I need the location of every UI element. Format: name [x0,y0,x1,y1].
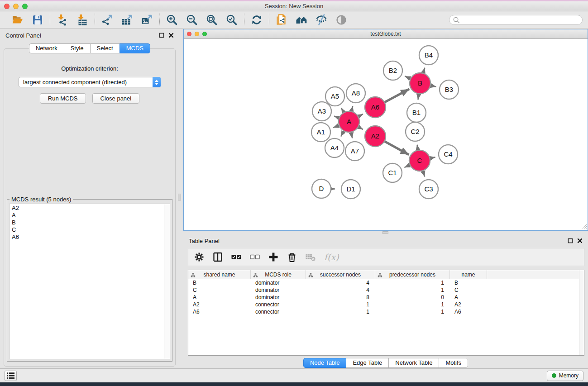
network-node-B2[interactable]: B2 [383,61,402,80]
network-node-A7[interactable]: A7 [345,142,364,161]
column-header-successor-nodes[interactable]: successor nodes [306,270,375,279]
vertical-splitter-handle[interactable] [178,194,181,200]
network-canvas[interactable]: B4B2BB3A5A8A6A3B1AA1C2A2A4A7C4CC1C3DD1 [184,39,588,230]
network-node-A1[interactable]: A1 [311,123,330,142]
show-eye-button[interactable] [335,14,348,26]
import-network-icon [57,14,68,26]
svg-text:A3: A3 [318,107,326,115]
zoom-in-button[interactable] [166,14,178,26]
network-node-A3[interactable]: A3 [312,102,331,121]
zoom-out-button[interactable] [186,14,198,26]
tab-network[interactable]: Network [29,43,64,53]
status-bar: Memory [0,368,588,382]
close-table-panel-icon[interactable] [577,238,583,243]
destroy-table-button[interactable] [306,252,316,262]
network-node-B[interactable]: B [410,73,430,94]
task-history-button[interactable] [5,371,17,381]
export-table-button[interactable] [121,14,134,26]
network-node-A5[interactable]: A5 [325,87,344,106]
network-node-C[interactable]: C [409,150,430,171]
column-header-name[interactable]: name [450,270,487,279]
mcds-result-item[interactable]: B [10,219,164,226]
network-node-A[interactable]: A [339,111,359,132]
tab-motifs[interactable]: Motifs [439,358,468,368]
table-row[interactable]: A6connector11A6 [188,308,584,315]
float-panel-icon[interactable] [159,33,164,38]
columns-button[interactable] [213,252,223,262]
mcds-result-groupbox: MCDS result (5 nodes) A2ABCA6 [7,199,172,362]
column-header-MCDS-role[interactable]: MCDS role [251,270,306,279]
network-node-A8[interactable]: A8 [346,84,365,103]
select-all-button[interactable] [231,252,241,262]
tab-edge-table[interactable]: Edge Table [346,358,389,368]
result-list-scrollbar[interactable] [164,204,170,359]
run-mcds-button[interactable]: Run MCDS [40,93,86,104]
network-node-B4[interactable]: B4 [419,46,438,65]
open-file-button[interactable] [11,14,24,26]
cell-MCDS-role: connector [251,309,306,315]
export-network-button[interactable] [101,14,114,26]
gear-icon [194,252,204,262]
table-panel-header: Table Panel [183,235,588,246]
refresh-view-button[interactable] [250,14,263,26]
network-node-C4[interactable]: C4 [439,145,458,164]
tab-network-table[interactable]: Network Table [388,358,439,368]
cell-name: B [450,280,487,286]
horizontal-splitter-handle[interactable] [382,231,388,234]
network-node-B1[interactable]: B1 [407,103,426,122]
network-node-C1[interactable]: C1 [383,163,402,182]
gear-button[interactable] [194,252,204,262]
memory-button[interactable]: Memory [547,371,583,381]
tab-mcds[interactable]: MCDS [120,43,150,53]
table-row[interactable]: A2connector11A2 [188,301,584,308]
close-panel-button[interactable]: Close panel [92,93,140,104]
table-header-row: shared nameMCDS rolesuccessor nodesprede… [188,270,584,279]
new-network-from-selection-button[interactable] [275,14,288,26]
add-button[interactable] [268,252,278,262]
network-node-C2[interactable]: C2 [406,122,425,141]
hide-eye-button[interactable] [315,14,328,26]
table-row[interactable]: Bdominator41B [188,279,584,286]
tab-style[interactable]: Style [64,43,91,53]
table-row[interactable]: Adominator80A [188,294,584,301]
mcds-result-item[interactable]: C [10,226,164,234]
home-view-button[interactable] [295,14,308,26]
network-node-D1[interactable]: D1 [341,180,360,199]
column-header-predecessor-nodes[interactable]: predecessor nodes [375,270,450,279]
network-node-C3[interactable]: C3 [419,180,438,199]
import-table-button[interactable] [76,14,89,26]
tab-select[interactable]: Select [90,43,120,53]
network-node-A6[interactable]: A6 [365,97,386,118]
network-node-D[interactable]: D [312,179,331,198]
network-node-A4[interactable]: A4 [325,138,344,157]
zoom-selected-button[interactable] [225,14,238,26]
mcds-result-item[interactable]: A6 [10,234,164,241]
network-window-titlebar[interactable]: testGlobe.txt [184,29,588,39]
close-panel-icon[interactable] [168,33,174,38]
desktop-background-bottom [0,382,588,386]
mcds-result-item[interactable]: A [10,212,164,219]
network-node-A2[interactable]: A2 [365,126,386,147]
cell-shared-name: A2 [188,301,251,308]
search-field[interactable] [449,15,583,25]
import-network-button[interactable] [56,14,69,26]
unselect-all-button[interactable] [250,252,260,262]
function-builder-button[interactable]: f(x) [324,252,339,262]
save-session-button[interactable] [31,14,44,26]
table-row[interactable]: Cdominator41C [188,286,584,294]
svg-text:B2: B2 [389,67,397,74]
main-toolbar [0,12,588,29]
search-input[interactable] [460,16,582,24]
trash-button[interactable] [287,252,297,262]
network-node-B3[interactable]: B3 [440,80,459,99]
window-resize-grip[interactable] [581,223,587,229]
export-image-button[interactable] [141,14,153,26]
column-header-shared-name[interactable]: shared name [188,270,251,279]
float-table-panel-icon[interactable] [568,238,573,243]
memory-label: Memory [559,372,578,379]
tab-node-table[interactable]: Node Table [303,358,347,368]
table-scrollbar[interactable] [579,270,584,355]
optimization-criterion-dropdown[interactable]: largest connected component (directed) [19,77,161,87]
mcds-result-item[interactable]: A2 [10,205,164,212]
zoom-fit-button[interactable] [206,14,218,26]
